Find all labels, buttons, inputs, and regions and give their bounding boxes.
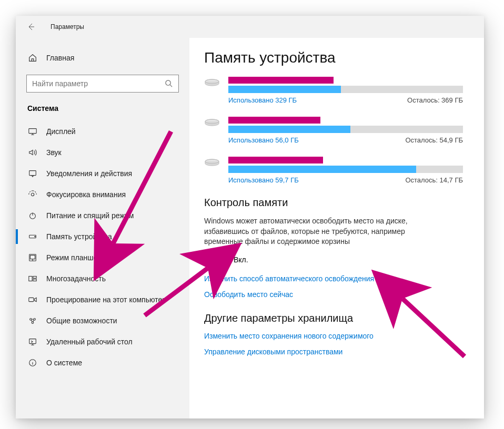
svg-point-6 [35, 236, 35, 237]
storage-sense-heading: Контроль памяти [204, 197, 463, 209]
display-icon [27, 126, 38, 137]
about-icon [27, 358, 38, 368]
svg-point-9 [32, 260, 33, 260]
drive-usage-bar [228, 126, 463, 133]
drive-usage-bar [228, 166, 463, 173]
project-icon [27, 294, 38, 305]
svg-rect-12 [33, 279, 36, 281]
drive-free-text: Осталось: 369 ГБ [407, 96, 463, 104]
drive-name-redacted [228, 117, 320, 124]
svg-rect-11 [33, 277, 36, 279]
drive-free-text: Осталось: 14,7 ГБ [405, 176, 463, 184]
svg-rect-1 [29, 129, 36, 134]
svg-rect-13 [29, 298, 34, 301]
tablet-icon [27, 252, 38, 263]
power-icon [27, 210, 38, 221]
notifications-icon [27, 168, 38, 179]
sidebar-item-multitask[interactable]: Многозадачность [16, 268, 189, 289]
drive-row[interactable]: Использовано 59,7 ГБ Осталось: 14,7 ГБ [204, 157, 463, 184]
sidebar-item-focus[interactable]: Фокусировка внимания [16, 184, 189, 205]
link-free-up-now[interactable]: Освободить место сейчас [204, 290, 463, 299]
sidebar-item-label: О системе [46, 359, 82, 367]
sound-icon [27, 147, 38, 158]
drive-used-text: Использовано 329 ГБ [228, 96, 297, 104]
back-arrow-icon [27, 23, 35, 31]
drive-row[interactable]: Использовано 56,0 ГБ Осталось: 54,9 ГБ [204, 117, 463, 144]
sidebar-item-label: Память устройства [46, 232, 112, 241]
home-icon [27, 53, 38, 63]
svg-rect-10 [29, 277, 32, 281]
sidebar-item-notifications[interactable]: Уведомления и действия [16, 163, 189, 184]
settings-window: Параметры Главная Система Дисплей Звук У… [16, 16, 484, 418]
page-title: Память устройства [204, 49, 463, 66]
search-icon [165, 79, 173, 88]
sidebar-item-sound[interactable]: Звук [16, 142, 189, 163]
sidebar-item-project[interactable]: Проецирование на этот компьютер [16, 289, 189, 310]
link-configure-storage-sense[interactable]: Изменить способ автоматического освобожд… [204, 274, 463, 283]
storage-sense-desc: Windows может автоматически освободить м… [204, 216, 425, 247]
sidebar-item-label: Режим планшета [46, 253, 105, 262]
sidebar-item-label: Общие возможности [46, 316, 117, 325]
sidebar-item-power[interactable]: Питание и спящий режим [16, 205, 189, 226]
drive-name-redacted [228, 77, 334, 84]
drive-usage-bar [228, 86, 463, 93]
sidebar-item-tablet[interactable]: Режим планшета [16, 247, 189, 268]
content-pane: Память устройства Использовано 329 ГБ Ос… [189, 38, 484, 418]
home-label: Главная [46, 54, 74, 62]
storage-sense-toggle[interactable] [204, 254, 227, 265]
search-input[interactable] [32, 79, 165, 88]
back-button[interactable] [26, 22, 36, 32]
other-storage-heading: Другие параметры хранилища [204, 312, 463, 324]
search-box[interactable] [26, 75, 179, 93]
drive-icon [204, 117, 220, 128]
sidebar-item-label: Удаленный рабочий стол [46, 338, 133, 346]
sidebar-item-label: Фокусировка внимания [46, 190, 126, 199]
sidebar-item-label: Уведомления и действия [46, 169, 132, 178]
focus-icon [27, 189, 38, 200]
toggle-state-label: Вкл. [234, 256, 248, 264]
sidebar-item-label: Звук [46, 148, 62, 157]
link-change-save-locations[interactable]: Изменить место сохранения нового содержи… [204, 332, 463, 340]
sidebar-item-label: Питание и спящий режим [46, 211, 134, 220]
window-title: Параметры [51, 23, 84, 30]
sidebar-item-about[interactable]: О системе [16, 352, 189, 373]
shared-icon [27, 315, 38, 326]
sidebar-item-remote[interactable]: Удаленный рабочий стол [16, 331, 189, 352]
drive-used-text: Использовано 59,7 ГБ [228, 176, 299, 184]
svg-rect-8 [31, 256, 35, 259]
remote-icon [27, 336, 38, 347]
svg-point-14 [30, 319, 32, 321]
link-manage-storage-spaces[interactable]: Управление дисковыми пространствами [204, 348, 463, 356]
svg-rect-17 [29, 339, 36, 344]
sidebar-item-shared[interactable]: Общие возможности [16, 310, 189, 331]
svg-point-15 [34, 319, 36, 321]
drive-row[interactable]: Использовано 329 ГБ Осталось: 369 ГБ [204, 77, 463, 104]
drive-name-redacted [228, 157, 323, 164]
titlebar: Параметры [16, 16, 484, 38]
svg-rect-2 [29, 171, 36, 176]
sidebar: Главная Система Дисплей Звук Уведомления… [16, 38, 189, 418]
sidebar-item-label: Проецирование на этот компьютер [46, 295, 166, 304]
home-link[interactable]: Главная [16, 47, 189, 68]
sidebar-section-header: Система [16, 102, 189, 121]
svg-point-0 [166, 80, 170, 85]
sidebar-item-storage[interactable]: Память устройства [16, 226, 189, 247]
multitask-icon [27, 273, 38, 284]
sidebar-item-display[interactable]: Дисплей [16, 121, 189, 142]
drive-free-text: Осталось: 54,9 ГБ [405, 136, 463, 144]
svg-point-3 [31, 193, 34, 196]
drive-used-text: Использовано 56,0 ГБ [228, 136, 299, 144]
drive-icon [204, 157, 220, 168]
sidebar-item-label: Дисплей [46, 127, 76, 136]
drive-icon [204, 77, 220, 88]
sidebar-item-label: Многозадачность [46, 274, 106, 283]
storage-icon [27, 231, 38, 242]
